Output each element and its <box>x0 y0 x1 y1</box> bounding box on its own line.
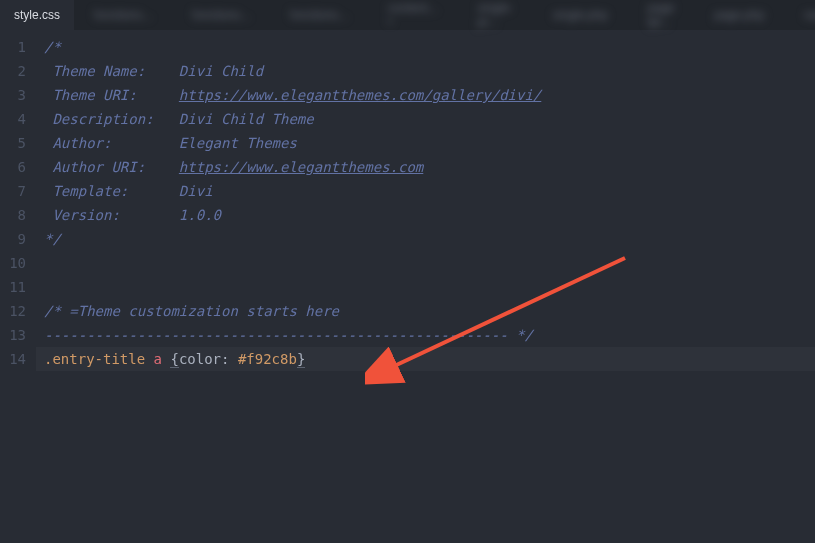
comment-label: Template: <box>44 183 179 199</box>
css-brace-open: { <box>170 351 178 368</box>
code-line: Author URI: https://www.elegantthemes.co… <box>44 155 815 179</box>
comment-link[interactable]: https://www.elegantthemes.com/gallery/di… <box>179 87 541 103</box>
code-line: Description: Divi Child Theme <box>44 107 815 131</box>
code-line: Theme Name: Divi Child <box>44 59 815 83</box>
code-line-active: .entry-title a {color: #f92c8b} <box>36 347 815 371</box>
comment-label: Theme Name: <box>44 63 179 79</box>
tab-inactive-5[interactable]: single-pr... <box>457 0 532 30</box>
css-property: color <box>179 351 221 367</box>
code-line: */ <box>44 227 815 251</box>
tab-inactive-7[interactable]: page tpl... <box>628 0 695 30</box>
line-number: 10 <box>0 251 26 275</box>
code-editor[interactable]: 1 2 3 4 5 6 7 8 9 10 11 12 13 14 /* Them… <box>0 30 815 371</box>
tab-inactive-2[interactable]: functions... <box>172 0 270 30</box>
line-number: 13 <box>0 323 26 347</box>
line-number: 5 <box>0 131 26 155</box>
css-value: #f92c8b <box>238 351 297 367</box>
comment-open: /* <box>44 39 61 55</box>
comment-label: Author: <box>44 135 179 151</box>
comment-label: Description: <box>44 111 179 127</box>
comment-label: Author URI: <box>44 159 179 175</box>
comment-value: Divi Child <box>179 63 263 79</box>
comment-value: Divi <box>179 183 213 199</box>
line-number: 3 <box>0 83 26 107</box>
comment-link[interactable]: https://www.elegantthemes.com <box>179 159 423 175</box>
line-number: 2 <box>0 59 26 83</box>
comment-value: 1.0.0 <box>179 207 221 223</box>
tab-inactive-4[interactable]: content... • <box>368 0 457 30</box>
tab-inactive-3[interactable]: functions... <box>270 0 368 30</box>
line-number: 7 <box>0 179 26 203</box>
code-line: /* <box>44 35 815 59</box>
code-line <box>44 275 815 299</box>
code-line <box>44 251 815 275</box>
code-area[interactable]: /* Theme Name: Divi Child Theme URI: htt… <box>36 30 815 371</box>
line-number: 12 <box>0 299 26 323</box>
line-number: 4 <box>0 107 26 131</box>
css-brace-close: } <box>297 351 305 368</box>
comment-value: Elegant Themes <box>179 135 297 151</box>
code-line: ----------------------------------------… <box>44 323 815 347</box>
comment-heading: /* =Theme customization starts here <box>44 303 339 319</box>
code-line: /* =Theme customization starts here <box>44 299 815 323</box>
tab-bar: style.css functions... functions... func… <box>0 0 815 30</box>
comment-divider: ----------------------------------------… <box>44 327 533 343</box>
css-colon: : <box>221 351 238 367</box>
tab-style-css[interactable]: style.css <box>0 0 74 30</box>
code-line: Template: Divi <box>44 179 815 203</box>
tab-inactive-1[interactable]: functions... <box>74 0 172 30</box>
tab-inactive-8[interactable]: page.php <box>694 0 784 30</box>
line-number: 8 <box>0 203 26 227</box>
line-number: 14 <box>0 347 26 371</box>
css-selector-class: .entry-title <box>44 351 145 367</box>
line-number: 11 <box>0 275 26 299</box>
comment-close: */ <box>44 231 61 247</box>
code-line: Theme URI: https://www.elegantthemes.com… <box>44 83 815 107</box>
css-selector-tag: a <box>145 351 170 367</box>
tab-inactive-9[interactable]: navigation <box>784 0 815 30</box>
code-line: Version: 1.0.0 <box>44 203 815 227</box>
code-line: Author: Elegant Themes <box>44 131 815 155</box>
line-number: 9 <box>0 227 26 251</box>
tab-inactive-6[interactable]: single.php <box>533 0 628 30</box>
comment-label: Theme URI: <box>44 87 179 103</box>
line-gutter: 1 2 3 4 5 6 7 8 9 10 11 12 13 14 <box>0 30 36 371</box>
comment-label: Version: <box>44 207 179 223</box>
comment-value: Divi Child Theme <box>179 111 314 127</box>
line-number: 6 <box>0 155 26 179</box>
line-number: 1 <box>0 35 26 59</box>
